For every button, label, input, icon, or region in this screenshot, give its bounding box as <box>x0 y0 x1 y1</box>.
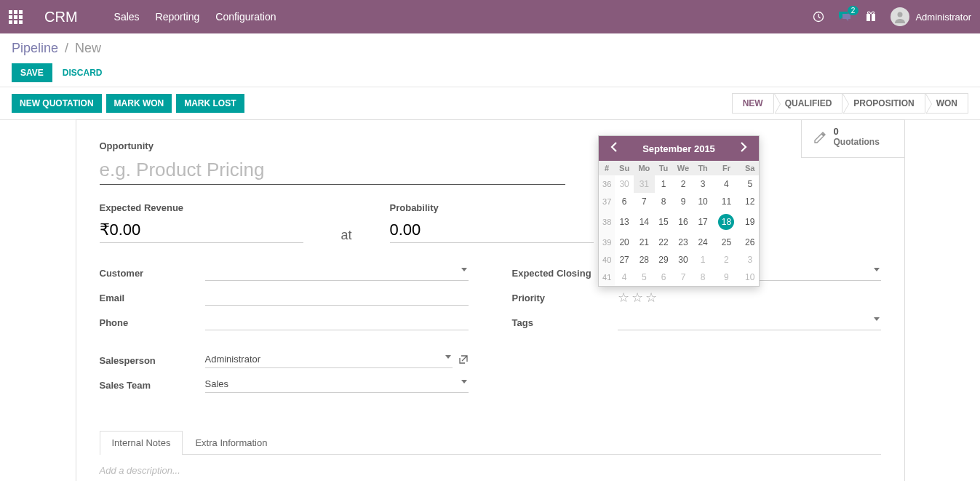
calendar-day[interactable]: 6 <box>615 193 634 210</box>
calendar-day[interactable]: 12 <box>741 193 759 210</box>
calendar-day[interactable]: 1 <box>694 251 712 269</box>
calendar-day[interactable]: 4 <box>615 269 634 286</box>
star-icon[interactable]: ☆ <box>632 290 643 306</box>
calendar-day[interactable]: 31 <box>634 175 655 193</box>
sales-team-label: Sales Team <box>100 380 205 391</box>
dow-header: Th <box>694 161 712 175</box>
calendar-day[interactable]: 9 <box>672 193 694 210</box>
mark-won-button[interactable]: MARK WON <box>106 94 172 113</box>
calendar-day[interactable]: 11 <box>712 193 741 210</box>
status-proposition[interactable]: PROPOSITION <box>842 93 925 114</box>
calendar-day[interactable]: 14 <box>634 210 655 234</box>
external-link-icon[interactable] <box>458 354 469 367</box>
user-name: Administrator <box>915 12 971 23</box>
calendar-day[interactable]: 17 <box>694 210 712 234</box>
calendar-day[interactable]: 4 <box>712 175 741 193</box>
form-sheet: 0 Quotations Opportunity Expected Revenu… <box>76 119 905 481</box>
status-qualified[interactable]: QUALIFIED <box>774 93 843 114</box>
calendar-day[interactable]: 16 <box>672 210 694 234</box>
calendar-day[interactable]: 15 <box>655 210 672 234</box>
calendar-day[interactable]: 1 <box>655 175 672 193</box>
calendar-day[interactable]: 6 <box>655 269 672 286</box>
calendar-day[interactable]: 10 <box>694 193 712 210</box>
calendar-day[interactable]: 2 <box>712 251 741 269</box>
dow-header: Tu <box>655 161 672 175</box>
calendar-day[interactable]: 7 <box>634 193 655 210</box>
quotations-stat-button[interactable]: 0 Quotations <box>801 120 904 158</box>
dow-header: Sa <box>741 161 759 175</box>
calendar-day[interactable]: 9 <box>712 269 741 286</box>
control-bar: Pipeline / New SAVE DISCARD <box>0 33 980 87</box>
nav-configuration[interactable]: Configuration <box>215 11 276 23</box>
next-month-icon[interactable] <box>736 140 752 156</box>
sales-team-input[interactable]: Sales <box>205 377 469 393</box>
header-right: 2 Administrator <box>812 7 971 26</box>
mark-lost-button[interactable]: MARK LOST <box>176 94 244 113</box>
calendar-day[interactable]: 21 <box>634 234 655 251</box>
customer-input[interactable] <box>205 265 469 281</box>
chat-icon[interactable]: 2 <box>838 10 851 23</box>
calendar-day[interactable]: 19 <box>741 210 759 234</box>
email-input[interactable] <box>205 290 469 306</box>
action-bar: NEW QUOTATION MARK WON MARK LOST NEW QUA… <box>0 87 980 120</box>
calendar-day[interactable]: 30 <box>615 175 634 193</box>
dow-header: We <box>672 161 694 175</box>
calendar-day[interactable]: 24 <box>694 234 712 251</box>
priority-label: Priority <box>512 293 618 303</box>
user-menu[interactable]: Administrator <box>891 7 971 26</box>
tags-input[interactable] <box>618 314 881 330</box>
salesperson-input[interactable]: Administrator <box>205 352 453 368</box>
probability-label: Probability <box>390 202 594 213</box>
breadcrumb-root[interactable]: Pipeline <box>12 41 58 55</box>
calendar-day[interactable]: 20 <box>615 234 634 251</box>
dropdown-caret-icon <box>445 355 451 359</box>
week-number: 37 <box>599 193 615 210</box>
quotations-count: 0 <box>834 126 880 137</box>
calendar-day[interactable]: 10 <box>741 269 759 286</box>
nav-reporting[interactable]: Reporting <box>156 11 200 23</box>
expected-revenue-input[interactable] <box>100 218 303 243</box>
calendar-day[interactable]: 27 <box>615 251 634 269</box>
tags-label: Tags <box>512 317 618 328</box>
calendar-day[interactable]: 8 <box>655 193 672 210</box>
calendar-day[interactable]: 28 <box>634 251 655 269</box>
priority-stars: ☆ ☆ ☆ <box>618 290 657 306</box>
probability-input[interactable] <box>390 218 594 243</box>
tab-extra-info[interactable]: Extra Information <box>183 431 279 454</box>
calendar-day[interactable]: 3 <box>694 175 712 193</box>
tab-internal-notes[interactable]: Internal Notes <box>100 431 183 455</box>
calendar-day[interactable]: 13 <box>615 210 634 234</box>
datepicker-title[interactable]: September 2015 <box>642 143 715 154</box>
gift-icon[interactable] <box>864 10 877 23</box>
calendar-day[interactable]: 23 <box>672 234 694 251</box>
calendar-day[interactable]: 26 <box>741 234 759 251</box>
phone-input[interactable] <box>205 314 469 330</box>
phone-label: Phone <box>100 317 205 328</box>
calendar-day[interactable]: 2 <box>672 175 694 193</box>
nav-sales[interactable]: Sales <box>114 11 140 23</box>
calendar-day[interactable]: 29 <box>655 251 672 269</box>
prev-month-icon[interactable] <box>606 140 622 156</box>
opportunity-input[interactable] <box>100 156 565 185</box>
star-icon[interactable]: ☆ <box>645 290 657 306</box>
calendar-day[interactable]: 22 <box>655 234 672 251</box>
calendar-day[interactable]: 18 <box>712 210 741 234</box>
apps-icon[interactable] <box>9 10 23 24</box>
calendar-day[interactable]: 3 <box>741 251 759 269</box>
calendar-day[interactable]: 7 <box>672 269 694 286</box>
notes-textarea[interactable]: Add a description... <box>76 455 904 481</box>
new-quotation-button[interactable]: NEW QUOTATION <box>12 94 102 113</box>
calendar-day[interactable]: 25 <box>712 234 741 251</box>
discard-button[interactable]: DISCARD <box>63 68 103 78</box>
app-title[interactable]: CRM <box>44 9 78 25</box>
calendar-day[interactable]: 8 <box>694 269 712 286</box>
calendar-day[interactable]: 5 <box>741 175 759 193</box>
star-icon[interactable]: ☆ <box>618 290 629 306</box>
calendar-day[interactable]: 30 <box>672 251 694 269</box>
breadcrumb-current: New <box>75 41 101 55</box>
form-tabs: Internal Notes Extra Information <box>100 431 881 455</box>
calendar-day[interactable]: 5 <box>634 269 655 286</box>
activity-icon[interactable] <box>812 10 825 23</box>
save-button[interactable]: SAVE <box>12 63 52 82</box>
status-new[interactable]: NEW <box>732 93 774 114</box>
